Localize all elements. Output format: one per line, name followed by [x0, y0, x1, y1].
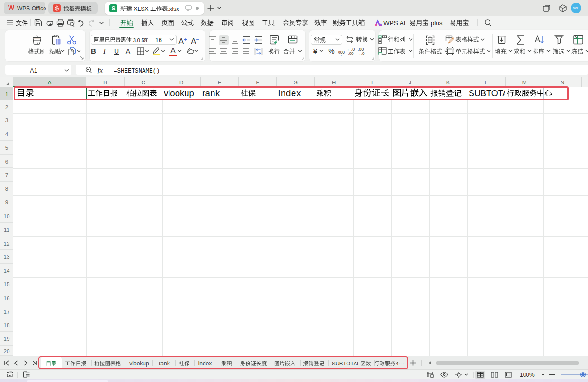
svg-text:S: S [111, 5, 115, 12]
